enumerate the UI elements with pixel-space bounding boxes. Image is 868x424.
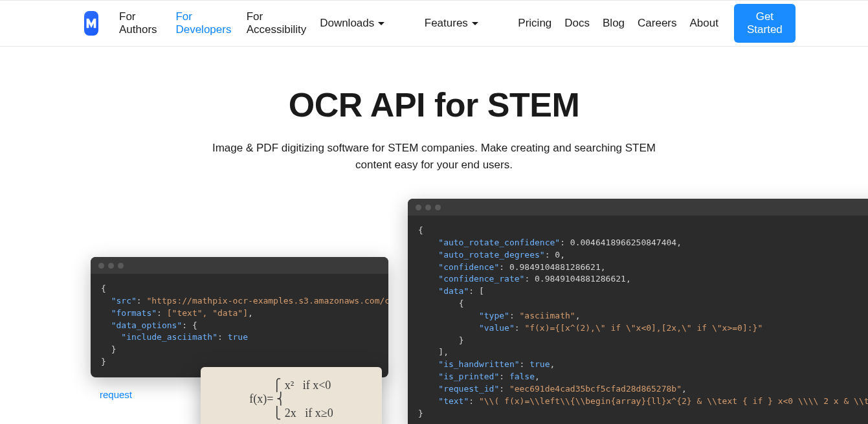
logo[interactable] [84,11,98,36]
page-subtitle: Image & PDF digitizing software for STEM… [201,140,667,173]
traffic-light-icon [118,263,124,269]
request-panel-wrap: { "src": "https://mathpix-ocr-examples.s… [91,257,388,400]
response-window: { "auto_rotate_confidence": 0.0046418966… [408,199,868,424]
nav-for-accessibility[interactable]: For Accessibility [247,10,307,36]
nav-features[interactable]: Features [425,17,478,30]
traffic-light-icon [435,205,441,210]
chevron-down-icon [378,22,384,25]
traffic-light-icon [108,263,114,269]
logo-icon [84,16,98,30]
nav-for-authors[interactable]: For Authors [119,10,162,36]
traffic-light-icon [425,205,431,210]
nav-careers[interactable]: Careers [638,17,676,30]
page-title: OCR API for STEM [13,85,855,124]
traffic-light-icon [98,263,104,269]
nav-links: For Authors For Developers For Accessibi… [119,10,718,36]
response-code: { "auto_rotate_confidence": 0.0046418966… [408,216,868,424]
request-window: { "src": "https://mathpix-ocr-examples.s… [91,257,388,377]
nav-pricing[interactable]: Pricing [518,17,551,30]
handwriting-text: ⎧ x² if x<0 f(x)= ⎨ ⎩ 2x if x≥0 [249,379,333,421]
window-titlebar [408,199,868,216]
nav-docs[interactable]: Docs [564,17,590,30]
nav-for-developers[interactable]: For Developers [175,10,233,36]
nav-blog[interactable]: Blog [603,17,625,30]
chevron-down-icon [472,22,478,25]
get-started-button[interactable]: Get Started [734,4,796,43]
code-panels: { "src": "https://mathpix-ocr-examples.s… [0,199,868,424]
handwritten-sample-image: ⎧ x² if x<0 f(x)= ⎨ ⎩ 2x if x≥0 [201,367,382,424]
hero: OCR API for STEM Image & PDF digitizing … [0,47,868,199]
window-titlebar [91,257,388,274]
response-panel-wrap: { "auto_rotate_confidence": 0.0046418966… [408,199,868,424]
request-code: { "src": "https://mathpix-ocr-examples.s… [91,274,388,377]
nav-downloads[interactable]: Downloads [320,17,384,30]
traffic-light-icon [416,205,421,210]
nav-about[interactable]: About [690,17,718,30]
navbar: For Authors For Developers For Accessibi… [0,0,868,47]
